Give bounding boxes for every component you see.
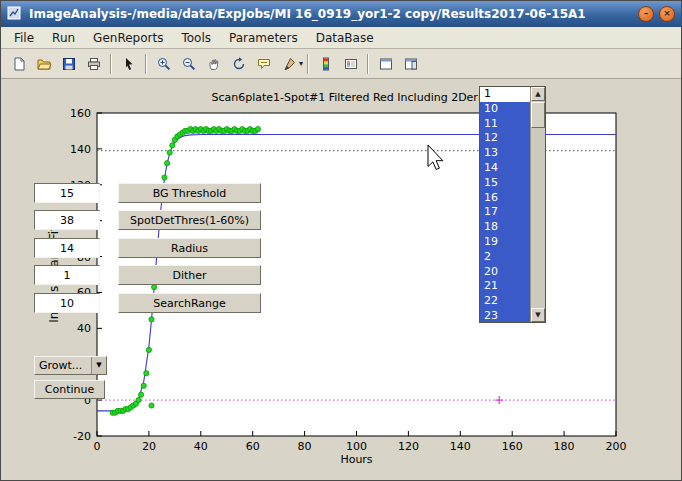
measured-intensity-point xyxy=(170,143,175,148)
searchrange-button[interactable]: SearchRange xyxy=(118,293,261,313)
dropdown-scrollbar[interactable]: ▲ ▼ xyxy=(530,87,545,322)
measured-intensity-point xyxy=(146,347,151,352)
dropdown-item-20[interactable]: 20 xyxy=(480,265,530,280)
x-tick-label: 160 xyxy=(502,440,523,453)
dropdown-item-14[interactable]: 14 xyxy=(480,161,530,176)
measured-intensity-point xyxy=(113,410,118,415)
x-tick-label: 180 xyxy=(554,440,575,453)
menu-item-database[interactable]: DataBase xyxy=(307,29,383,47)
scroll-down-icon[interactable]: ▼ xyxy=(531,308,545,322)
measured-intensity-point xyxy=(167,150,172,155)
measured-intensity-point xyxy=(203,127,208,132)
minimize-button[interactable]: – xyxy=(638,6,654,22)
y-tick-label: 140 xyxy=(70,143,91,156)
zoom-in-icon[interactable] xyxy=(152,52,175,75)
radius-input[interactable] xyxy=(34,238,100,258)
measured-intensity-point xyxy=(149,403,154,408)
measured-intensity-point xyxy=(183,128,188,133)
x-tick-label: 60 xyxy=(246,440,260,453)
show-plot-tools-icon[interactable] xyxy=(399,52,422,75)
growth-model-popup[interactable]: Growt... ▼ xyxy=(34,356,107,375)
measured-intensity-point xyxy=(242,128,247,133)
measured-intensity-point xyxy=(237,128,242,133)
dropdown-item-10[interactable]: 10 xyxy=(480,102,530,117)
dither-input[interactable] xyxy=(34,265,100,285)
measured-intensity-point xyxy=(219,128,224,133)
spot-number-dropdown[interactable]: 110111213141516171819220212223 ▲ ▼ xyxy=(479,86,546,323)
measured-intensity-point xyxy=(216,127,221,132)
measured-intensity-point xyxy=(253,128,258,133)
dropdown-item-11[interactable]: 11 xyxy=(480,117,530,132)
rotate-3d-icon[interactable] xyxy=(227,52,250,75)
bg-threshold-button[interactable]: BG Threshold xyxy=(118,183,261,203)
dropdown-item-19[interactable]: 19 xyxy=(480,235,530,250)
insert-legend-icon[interactable] xyxy=(339,52,362,75)
measured-intensity-point xyxy=(136,398,141,403)
measured-intensity-point xyxy=(180,130,185,135)
menu-item-parameters[interactable]: Parameters xyxy=(220,29,307,47)
dropdown-item-23[interactable]: 23 xyxy=(480,309,530,322)
measured-intensity-point xyxy=(224,127,229,132)
measured-intensity-point xyxy=(229,128,234,133)
measured-intensity-point xyxy=(196,128,201,133)
hide-plot-tools-icon[interactable] xyxy=(374,52,397,75)
measured-intensity-point xyxy=(188,127,193,132)
dropdown-item-18[interactable]: 18 xyxy=(480,220,530,235)
dropdown-list: 110111213141516171819220212223 xyxy=(480,87,530,322)
dropdown-item-21[interactable]: 21 xyxy=(480,279,530,294)
brush-dropdown-caret-icon[interactable]: ▾ xyxy=(299,59,303,68)
new-document-icon[interactable] xyxy=(7,52,30,75)
dither-button[interactable]: Dither xyxy=(118,265,261,285)
open-folder-icon[interactable] xyxy=(32,52,55,75)
pan-icon[interactable] xyxy=(202,52,225,75)
measured-intensity-point xyxy=(232,127,237,132)
brush-icon[interactable] xyxy=(277,52,300,75)
measured-intensity-point xyxy=(227,128,232,133)
scrollbar-thumb[interactable] xyxy=(531,102,545,128)
save-icon[interactable] xyxy=(57,52,80,75)
toolbar: ▾ xyxy=(1,49,681,79)
dropdown-item-2[interactable]: 2 xyxy=(480,250,530,265)
window-title: ImageAnalysis-/media/data/ExpJobs/MI 16_… xyxy=(29,7,633,21)
growth-model-popup-label: Growt... xyxy=(35,359,91,372)
y-tick-label: -20 xyxy=(73,430,91,443)
dropdown-item-1[interactable]: 1 xyxy=(480,87,530,102)
searchrange-input[interactable] xyxy=(34,293,100,313)
dropdown-item-13[interactable]: 13 xyxy=(480,146,530,161)
menu-item-genreports[interactable]: GenReports xyxy=(84,29,172,47)
continue-button[interactable]: Continue xyxy=(34,380,105,399)
measured-intensity-point xyxy=(118,408,123,413)
dropdown-item-17[interactable]: 17 xyxy=(480,205,530,220)
toolbar-separator xyxy=(110,54,112,74)
x-tick-label: 140 xyxy=(450,440,471,453)
measured-intensity-point xyxy=(206,128,211,133)
titlebar[interactable]: ImageAnalysis-/media/data/ExpJobs/MI 16_… xyxy=(1,1,681,27)
measured-intensity-point xyxy=(250,128,255,133)
print-icon[interactable] xyxy=(82,52,105,75)
measured-intensity-point xyxy=(248,127,253,132)
measured-intensity-point xyxy=(141,383,146,388)
scroll-up-icon[interactable]: ▲ xyxy=(531,87,545,101)
insert-colorbar-icon[interactable] xyxy=(314,52,337,75)
edit-plot-pointer-icon[interactable] xyxy=(117,52,140,75)
close-button[interactable]: × xyxy=(659,6,675,22)
radius-button[interactable]: Radius xyxy=(118,238,261,258)
menu-item-tools[interactable]: Tools xyxy=(172,29,220,47)
application-window: ImageAnalysis-/media/data/ExpJobs/MI 16_… xyxy=(0,0,682,481)
zoom-out-icon[interactable] xyxy=(177,52,200,75)
dropdown-item-12[interactable]: 12 xyxy=(480,131,530,146)
spotdetthres-1-60-button[interactable]: SpotDetThres(1-60%) xyxy=(118,210,261,230)
measured-intensity-point xyxy=(172,137,177,142)
chevron-down-icon[interactable]: ▼ xyxy=(91,357,106,374)
dropdown-item-16[interactable]: 16 xyxy=(480,191,530,206)
measured-intensity-point xyxy=(175,134,180,139)
menu-item-file[interactable]: File xyxy=(5,29,43,47)
menu-item-run[interactable]: Run xyxy=(43,29,84,47)
measured-intensity-point xyxy=(222,128,227,133)
spotdetthres-1-60-input[interactable] xyxy=(34,210,100,230)
measured-intensity-point xyxy=(193,127,198,132)
dropdown-item-15[interactable]: 15 xyxy=(480,176,530,191)
dropdown-item-22[interactable]: 22 xyxy=(480,294,530,309)
data-cursor-icon[interactable] xyxy=(252,52,275,75)
bg-threshold-input[interactable] xyxy=(34,183,100,203)
